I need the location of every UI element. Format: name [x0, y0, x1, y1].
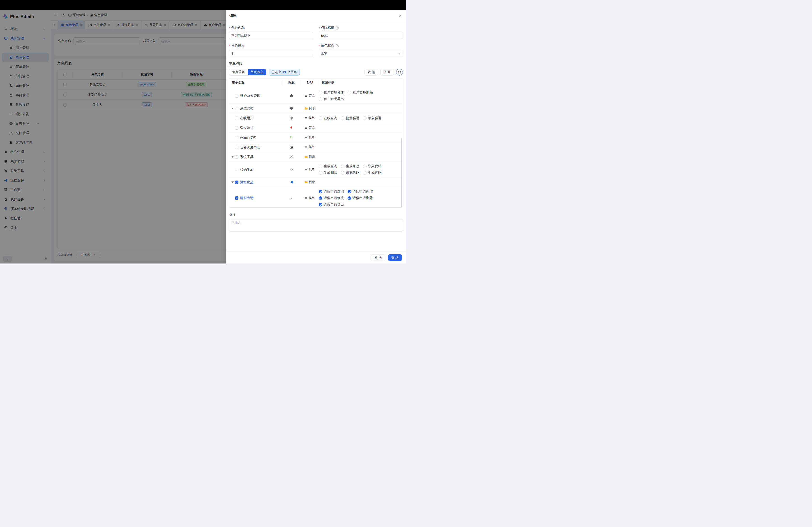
- perm-checkbox[interactable]: [341, 171, 345, 175]
- node-mode-segmented-control: 节点关联节点独立: [229, 69, 266, 76]
- field-role-status: *角色状态? 正常∨: [319, 44, 403, 57]
- field-perm-key: *权限标识?: [319, 26, 403, 39]
- perm-checkbox[interactable]: [363, 116, 366, 120]
- fullscreen-button[interactable]: [396, 69, 403, 76]
- tree-node-label[interactable]: 系统监控: [240, 106, 253, 111]
- close-icon[interactable]: [398, 14, 402, 18]
- perm-item-请假申请删除: 请假申请删除: [348, 196, 373, 200]
- tree-node-checkbox[interactable]: [235, 126, 238, 130]
- remark-label: 备注: [229, 213, 403, 217]
- perm-checkbox[interactable]: [341, 116, 345, 120]
- tree-node-label[interactable]: 在线用户: [240, 116, 253, 120]
- collapse-all-button[interactable]: 收 起: [364, 69, 378, 76]
- perm-checkbox[interactable]: [319, 91, 322, 94]
- type-menu-icon: [304, 146, 307, 149]
- drawer-title: 编辑: [229, 14, 237, 18]
- type-menu-icon: [304, 94, 307, 97]
- tree-node-checkbox[interactable]: [235, 107, 238, 110]
- segment-节点关联[interactable]: 节点关联: [229, 69, 248, 75]
- folder-filled-icon: [304, 155, 308, 159]
- perm-checkbox[interactable]: [319, 196, 322, 200]
- type-label: 菜单: [308, 167, 315, 171]
- perm-item-生成修改: 生成修改: [341, 164, 359, 168]
- tree-node-checkbox[interactable]: [235, 168, 238, 171]
- segment-节点独立[interactable]: 节点独立: [248, 69, 266, 75]
- perm-label: 生成查询: [324, 164, 337, 168]
- help-icon[interactable]: ?: [336, 44, 339, 47]
- tree-node-label[interactable]: 任务调度中心: [240, 145, 260, 149]
- perm-label: 导入代码: [368, 164, 381, 168]
- field-role-name: *角色名称: [229, 26, 313, 39]
- tree-node-label[interactable]: Admin监控: [240, 135, 257, 140]
- perm-label: 请假申请导出: [324, 202, 344, 207]
- tree-node-checkbox[interactable]: [235, 94, 238, 97]
- tree-node-label[interactable]: 租户套餐管理: [240, 94, 260, 98]
- perm-item-请假申请导出: 请假申请导出: [319, 202, 344, 207]
- perm-key-input[interactable]: [319, 32, 403, 39]
- tree-row-租户套餐管理: 租户套餐管理菜单租户套餐修改租户套餐删除租户套餐导出: [229, 88, 403, 104]
- perm-checkbox[interactable]: [348, 91, 351, 94]
- tree-node-label[interactable]: 流程发起: [240, 180, 253, 184]
- tree-node-label[interactable]: 代码生成: [240, 167, 253, 172]
- remark-textarea[interactable]: [229, 219, 403, 231]
- tree-node-label[interactable]: 系统工具: [240, 155, 253, 159]
- perm-item-生成代码: 生成代码: [363, 171, 381, 175]
- modal-overlay[interactable]: [0, 10, 226, 264]
- tree-row-请假申请: 请假申请菜单请假申请查询请假申请新增请假申请修改请假申请删除请假申请导出: [229, 187, 403, 208]
- perm-checkbox[interactable]: [341, 165, 345, 168]
- perm-label: 请假申请新增: [352, 189, 373, 194]
- perm-checkbox[interactable]: [319, 171, 322, 175]
- expand-all-button[interactable]: 展 开: [380, 69, 394, 76]
- role-sort-input[interactable]: [229, 50, 313, 57]
- expand-arrow-icon[interactable]: [231, 108, 234, 109]
- type-menu-icon: [304, 126, 307, 130]
- help-icon[interactable]: ?: [336, 26, 339, 30]
- perm-item-请假申请新增: 请假申请新增: [348, 189, 373, 194]
- tree-node-checkbox[interactable]: [235, 196, 238, 200]
- tree-node-checkbox[interactable]: [235, 181, 238, 184]
- perm-checkbox[interactable]: [319, 97, 322, 101]
- tree-row-任务调度中心: 任务调度中心菜单: [229, 142, 403, 152]
- perm-item-租户套餐删除: 租户套餐删除: [348, 90, 373, 95]
- schedule-icon: [290, 146, 293, 149]
- tree-node-checkbox[interactable]: [235, 136, 238, 139]
- top-black-bar: [0, 0, 406, 10]
- perm-checkbox[interactable]: [348, 190, 351, 193]
- perm-checkbox[interactable]: [319, 190, 322, 193]
- cancel-button[interactable]: 取 消: [371, 254, 385, 261]
- tree-row-在线用户: 在线用户菜单在线查询批量强退单条强退: [229, 114, 403, 123]
- type-label: 目录: [309, 180, 315, 184]
- perm-item-生成删除: 生成删除: [319, 171, 337, 175]
- tree-node-label[interactable]: 请假申请: [240, 196, 253, 200]
- tree-node-checkbox[interactable]: [235, 117, 238, 120]
- perm-checkbox[interactable]: [319, 116, 322, 120]
- role-name-input[interactable]: [229, 32, 313, 39]
- folder-filled-icon: [304, 107, 308, 110]
- menu-perm-title: 菜单权限: [229, 62, 403, 66]
- confirm-button[interactable]: 确 认: [388, 254, 402, 261]
- chevron-down-icon: ∨: [398, 51, 400, 55]
- tree-row-缓存监控: 缓存监控redis菜单: [229, 123, 403, 133]
- perm-checkbox[interactable]: [348, 196, 351, 200]
- selected-count: 13: [282, 70, 286, 74]
- perm-label: 租户套餐删除: [352, 90, 373, 95]
- tree-row-代码生成: 代码生成菜单生成查询生成修改导入代码生成删除预览代码生成代码: [229, 162, 403, 177]
- perm-item-租户套餐修改: 租户套餐修改: [319, 90, 344, 95]
- role-status-select[interactable]: 正常∨: [319, 50, 403, 57]
- perm-checkbox[interactable]: [363, 165, 366, 168]
- perm-item-租户套餐导出: 租户套餐导出: [319, 97, 344, 101]
- tree-column-type: 类型: [301, 80, 319, 85]
- perm-item-请假申请查询: 请假申请查询: [319, 189, 344, 194]
- online-user-icon: [290, 116, 293, 120]
- expand-arrow-icon[interactable]: [231, 156, 234, 158]
- perm-checkbox[interactable]: [319, 203, 322, 207]
- expand-arrow-icon[interactable]: [231, 181, 234, 183]
- perm-checkbox[interactable]: [363, 171, 366, 175]
- tree-node-checkbox[interactable]: [235, 155, 238, 159]
- type-label: 菜单: [308, 94, 315, 98]
- svg-text:redis: redis: [291, 129, 292, 130]
- tree-node-checkbox[interactable]: [235, 146, 238, 149]
- tree-scrollbar-thumb[interactable]: [401, 138, 402, 207]
- perm-checkbox[interactable]: [319, 165, 322, 168]
- tree-node-label[interactable]: 缓存监控: [240, 126, 253, 130]
